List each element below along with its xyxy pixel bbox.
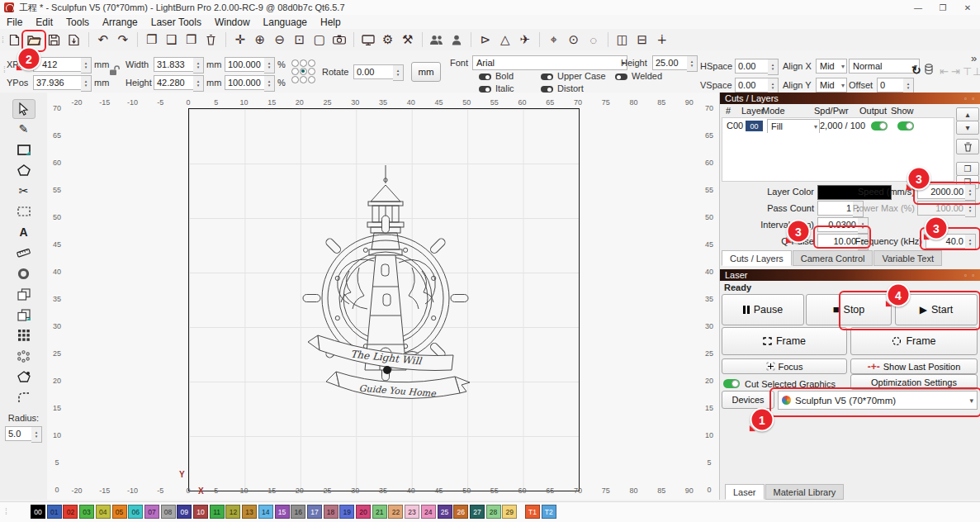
vspace-field[interactable]: 0.00	[735, 78, 769, 93]
layer-show-toggle[interactable]	[897, 121, 914, 130]
menu-item-help[interactable]: Help	[314, 17, 348, 28]
tab-material-library[interactable]: Material Library	[765, 484, 845, 500]
palette-swatch-18[interactable]: 18	[324, 505, 339, 519]
height-spinner[interactable]: ▴▾	[193, 75, 204, 92]
rectangle-tool-icon[interactable]	[13, 140, 35, 159]
circular-array-tool-icon[interactable]	[13, 347, 35, 365]
delete-icon[interactable]	[202, 31, 220, 49]
optimization-settings-button[interactable]: Optimization Settings	[850, 374, 978, 390]
offset-field[interactable]: 0	[877, 78, 905, 93]
toolbar-drag-handle[interactable]: ⁞	[2, 36, 3, 45]
distort-toggle[interactable]	[541, 86, 553, 93]
align-top-icon[interactable]: ⊤	[963, 65, 972, 78]
zoom-in-icon[interactable]: ⊕	[251, 31, 269, 49]
zoom-out-icon[interactable]: ⊖	[271, 31, 289, 49]
interval-spinner[interactable]: ▴▾	[858, 217, 869, 234]
offset-spinner[interactable]: ▴▾	[903, 78, 914, 94]
palette-swatch-06[interactable]: 06	[128, 505, 143, 519]
ypos-spinner[interactable]: ▴▾	[81, 75, 92, 92]
toolbar-drag-handle[interactable]: ⁞	[3, 65, 5, 74]
canvas[interactable]: -20-20-15-15-10-10-5-5005510101515202025…	[47, 93, 719, 500]
open-file-icon[interactable]	[26, 31, 44, 49]
palette-swatch-00[interactable]: 00	[31, 505, 45, 519]
origin-icon[interactable]: ⊙	[565, 31, 583, 49]
target-icon[interactable]: ⌖	[545, 31, 563, 49]
tab-variable-text[interactable]: Variable Text	[873, 250, 942, 266]
scale-x-field[interactable]: 100.000	[225, 57, 266, 72]
last-position-icon[interactable]: ◌	[585, 31, 603, 49]
text-tool-icon[interactable]: A	[13, 223, 35, 241]
paste-icon[interactable]: ❒	[182, 31, 201, 49]
polygon-tool-icon[interactable]	[13, 161, 35, 179]
palette-swatch-15[interactable]: 15	[275, 505, 290, 519]
offset-tool-icon[interactable]	[13, 264, 35, 282]
alignx-select[interactable]: Mid	[816, 59, 847, 74]
tab-camera-control[interactable]: Camera Control	[793, 250, 873, 266]
align-bottom-icon[interactable]: ⊥	[973, 65, 980, 78]
settings-icon[interactable]: ⚒	[399, 31, 417, 49]
crosshair-icon[interactable]: ∔	[653, 31, 671, 49]
send-icon[interactable]: ⊳	[476, 31, 495, 49]
focus-button[interactable]: Focus	[722, 358, 847, 374]
devices-button[interactable]: Devices	[722, 391, 774, 409]
frequency-spinner[interactable]: ▴▾	[965, 234, 976, 250]
database-icon[interactable]	[925, 64, 933, 78]
palette-swatch-12[interactable]: 12	[225, 505, 240, 519]
layer-row[interactable]: C00 00 Fill 2,000 / 100	[722, 117, 954, 135]
device-settings-icon[interactable]: ⚙	[379, 31, 397, 49]
xpos-field[interactable]: 412	[33, 57, 88, 72]
airplane-icon[interactable]: ✈	[516, 31, 534, 49]
layer-list[interactable]	[722, 133, 954, 182]
palette-swatch-13[interactable]: 13	[242, 505, 257, 519]
palette-swatch-01[interactable]: 01	[47, 505, 62, 519]
palette-swatch-11[interactable]: 11	[210, 505, 225, 519]
scale-x-spinner[interactable]: ▴▾	[264, 57, 275, 74]
layer-up-button[interactable]: ▴	[956, 107, 979, 121]
lighthouse-artwork[interactable]: The Light Will Guide You Home	[301, 162, 471, 411]
layer-output-toggle[interactable]	[871, 121, 888, 130]
hspace-spinner[interactable]: ▴▾	[768, 59, 779, 75]
pause-button[interactable]: Pause	[722, 294, 804, 325]
save-icon[interactable]	[45, 31, 64, 49]
font-height-spinner[interactable]: ▴▾	[687, 55, 698, 72]
dock-panel-icon[interactable]: ⊟	[633, 31, 651, 49]
menu-item-edit[interactable]: Edit	[29, 17, 59, 28]
palette-swatch-T2[interactable]: T2	[542, 505, 556, 519]
toolbar-expander-icon[interactable]: »	[971, 52, 977, 64]
start-button[interactable]: ▶Start	[895, 294, 978, 325]
multi-user-icon[interactable]	[428, 31, 446, 49]
minimize-button[interactable]: —	[906, 3, 930, 12]
speed-field[interactable]: 2000.00	[917, 184, 967, 199]
palette-swatch-25[interactable]: 25	[438, 505, 452, 519]
palette-swatch-23[interactable]: 23	[405, 505, 419, 519]
grid-array-tool-icon[interactable]	[13, 326, 35, 344]
palette-swatch-27[interactable]: 27	[470, 505, 485, 519]
menu-item-language[interactable]: Language	[257, 17, 314, 28]
frame-circle-button[interactable]: Frame	[850, 327, 978, 355]
ungroup-tool-icon[interactable]	[13, 306, 35, 324]
node-edit-tool-icon[interactable]: ✂	[13, 182, 35, 200]
palette-swatch-26[interactable]: 26	[453, 505, 468, 519]
select-tool-icon[interactable]	[12, 99, 36, 119]
menu-item-file[interactable]: File	[0, 17, 29, 28]
palette-swatch-22[interactable]: 22	[388, 505, 403, 519]
camera-icon[interactable]	[330, 31, 348, 49]
palette-swatch-16[interactable]: 16	[291, 505, 305, 519]
draw-lines-tool-icon[interactable]: ✎	[13, 120, 35, 138]
boundary-tool-icon[interactable]	[13, 202, 35, 221]
bold-toggle[interactable]	[479, 74, 491, 80]
palette-swatch-17[interactable]: 17	[307, 505, 322, 519]
palette-swatch-02[interactable]: 02	[63, 505, 78, 519]
dock-float-close-icons[interactable]: ▫ ▫	[964, 272, 976, 279]
palette-swatch-29[interactable]: 29	[502, 505, 517, 519]
edit-polygon-tool-icon[interactable]	[13, 368, 35, 386]
aligny-select[interactable]: Mid	[816, 78, 847, 93]
cut-selected-toggle[interactable]	[723, 379, 740, 388]
tab-laser[interactable]: Laser	[725, 484, 765, 500]
stop-button[interactable]: ■Stop	[806, 294, 892, 325]
window-layout-icon[interactable]: ◫	[613, 31, 632, 49]
palette-swatch-03[interactable]: 03	[79, 505, 94, 519]
palette-swatch-20[interactable]: 20	[356, 505, 371, 519]
rotate-field[interactable]: 0.00	[353, 64, 395, 79]
close-button[interactable]: ✕	[955, 3, 980, 12]
